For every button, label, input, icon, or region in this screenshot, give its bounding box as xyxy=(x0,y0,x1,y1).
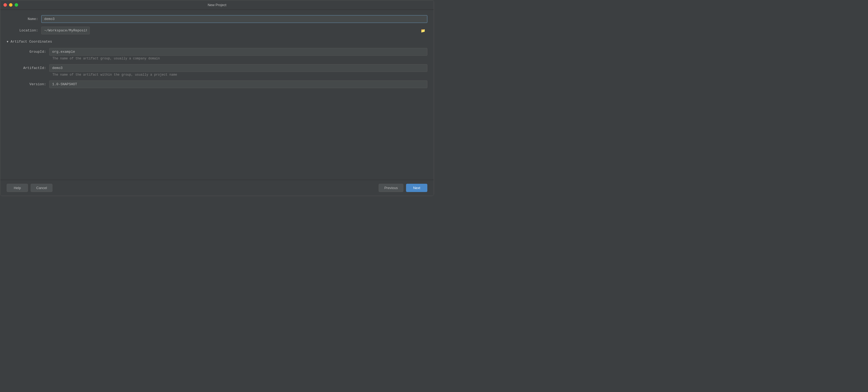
name-label: Name: xyxy=(7,17,41,21)
new-project-window: New Project Name: Location: 📁 ▼ Artifact… xyxy=(0,0,434,196)
chevron-down-icon[interactable]: ▼ xyxy=(7,40,8,43)
version-label: Version: xyxy=(12,82,49,86)
location-row: Location: 📁 xyxy=(7,27,427,34)
next-button[interactable]: Next xyxy=(406,184,427,192)
location-wrapper: 📁 xyxy=(41,27,427,34)
groupid-input[interactable] xyxy=(49,48,427,56)
groupid-row: GroupId: xyxy=(12,48,427,56)
location-label: Location: xyxy=(7,29,41,32)
location-input[interactable] xyxy=(41,27,90,34)
close-button[interactable] xyxy=(3,3,7,7)
version-input[interactable] xyxy=(49,81,427,88)
groupid-hint: The name of the artifact group, usually … xyxy=(53,57,427,60)
footer-right-buttons: Previous Next xyxy=(379,184,427,192)
title-bar: New Project xyxy=(0,0,434,10)
previous-button[interactable]: Previous xyxy=(379,184,403,192)
name-input[interactable] xyxy=(41,15,427,23)
cancel-button[interactable]: Cancel xyxy=(31,184,53,192)
version-row: Version: xyxy=(12,81,427,88)
artifactid-label: ArtifactId: xyxy=(12,66,49,70)
artifact-section: GroupId: The name of the artifact group,… xyxy=(12,48,427,89)
footer: Help Cancel Previous Next xyxy=(0,180,434,196)
main-content: Name: Location: 📁 ▼ Artifact Coordinates… xyxy=(0,10,434,180)
artifactid-hint: The name of the artifact within the grou… xyxy=(53,73,427,77)
artifactid-row: ArtifactId: xyxy=(12,64,427,72)
minimize-button[interactable] xyxy=(9,3,12,7)
artifactid-input[interactable] xyxy=(49,64,427,72)
artifact-section-header: ▼ Artifact Coordinates xyxy=(7,40,427,44)
help-button[interactable]: Help xyxy=(7,184,28,192)
groupid-label: GroupId: xyxy=(12,50,49,54)
window-controls xyxy=(3,3,18,7)
artifact-section-title: Artifact Coordinates xyxy=(11,40,52,44)
footer-left-buttons: Help Cancel xyxy=(7,184,53,192)
maximize-button[interactable] xyxy=(14,3,18,7)
folder-icon[interactable]: 📁 xyxy=(421,28,425,33)
window-title: New Project xyxy=(208,3,226,7)
name-row: Name: xyxy=(7,15,427,23)
